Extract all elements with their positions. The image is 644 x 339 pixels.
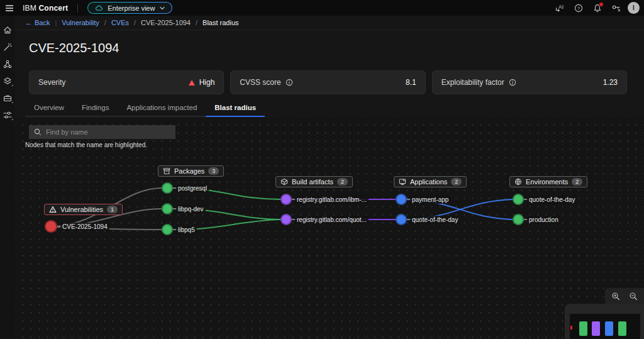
package-icon: [163, 167, 170, 175]
search-icon: [34, 128, 42, 136]
exploitability-label: Exploitability factor: [441, 78, 504, 87]
node-quote-of-the-day-env[interactable]: quote-of-the-day: [513, 194, 577, 205]
zoom-controls: [605, 288, 644, 304]
zoom-out-icon[interactable]: [627, 290, 640, 303]
minimap-block: [592, 321, 600, 336]
blast-radius-canvas[interactable]: Nodes that match the name are highlighte…: [15, 117, 644, 339]
graph-edges: [15, 117, 644, 339]
group-label-environments[interactable]: Environments 2: [509, 176, 587, 187]
tab-bar: Overview Findings Applications impacted …: [25, 101, 265, 117]
graph-search-box[interactable]: [29, 125, 175, 139]
toolbox-icon[interactable]: [1, 92, 14, 104]
node-label: libpq5: [176, 226, 197, 234]
metric-cards: Severity High CVSS score 8.1 Exploitabil…: [29, 70, 627, 94]
brand-logo[interactable]: IBM Concert: [23, 4, 68, 13]
cloud-icon: [94, 4, 103, 12]
node-payment-app[interactable]: payment-app: [396, 194, 450, 205]
application-node-circle[interactable]: [396, 214, 407, 225]
settings-adjust-icon[interactable]: [1, 109, 14, 121]
node-label: libpq-dev: [176, 205, 206, 213]
node-label: payment-app: [410, 196, 450, 204]
page-title: CVE-2025-1094: [29, 41, 119, 55]
back-arrow-icon: ←: [25, 19, 32, 26]
home-icon[interactable]: [1, 24, 14, 36]
minimap[interactable]: [565, 304, 644, 339]
environment-node-circle[interactable]: [513, 214, 524, 225]
node-label: postgresql: [176, 184, 209, 192]
breadcrumb-blast-radius: Blast radius: [203, 19, 238, 26]
minimap-viewport[interactable]: [570, 314, 640, 339]
notifications-bell-icon[interactable]: [590, 1, 605, 15]
group-label-build-artifacts[interactable]: Build artifacts 2: [275, 176, 353, 187]
info-icon[interactable]: [509, 79, 516, 86]
severity-label: Severity: [38, 78, 65, 87]
breadcrumb-cves[interactable]: CVEs: [111, 19, 129, 26]
application-node-circle[interactable]: [396, 194, 407, 205]
build-artifact-icon: [280, 178, 288, 186]
node-artifact-quote[interactable]: registry.gitlab.com/quot...: [280, 214, 369, 225]
breadcrumb-divider: |: [55, 19, 57, 26]
main-content: ←Back | Vulnerability / CVEs / CVE-2025-…: [15, 16, 644, 339]
minimap-block: [605, 321, 613, 336]
node-libpq5[interactable]: libpq5: [162, 224, 197, 235]
info-icon[interactable]: [286, 79, 293, 86]
node-postgresql[interactable]: postgresql: [162, 182, 209, 194]
package-node-circle[interactable]: [162, 182, 173, 194]
zoom-in-icon[interactable]: [609, 290, 622, 303]
group-label-vulnerabilities[interactable]: Vulnerabilities 1: [44, 204, 123, 215]
brand-prefix: IBM: [23, 4, 36, 13]
node-production-env[interactable]: production: [513, 214, 560, 225]
tab-applications-impacted[interactable]: Applications impacted: [118, 101, 206, 117]
build-artifact-node-circle[interactable]: [280, 214, 292, 225]
exploitability-card: Exploitability factor 1.23: [432, 70, 627, 94]
package-node-circle[interactable]: [162, 203, 173, 214]
node-quote-of-the-day-app[interactable]: quote-of-the-day: [396, 214, 460, 225]
group-label-text: Packages: [174, 167, 204, 175]
api-key-icon[interactable]: [609, 1, 624, 15]
view-switcher-label: Enterprise view: [108, 4, 155, 12]
node-cve-2025-1094[interactable]: CVE-2025-1094: [45, 220, 109, 233]
notification-badge: [599, 2, 604, 7]
user-avatar[interactable]: I: [628, 2, 640, 14]
breadcrumb-vulnerability[interactable]: Vulnerability: [62, 19, 99, 26]
group-count-badge: 2: [337, 178, 348, 186]
menu-hamburger-button[interactable]: [0, 0, 19, 16]
breadcrumb: ←Back | Vulnerability / CVEs / CVE-2025-…: [15, 16, 644, 30]
severity-high-icon: [189, 80, 195, 86]
group-label-packages[interactable]: Packages 3: [158, 165, 224, 177]
cvss-score-label: CVSS score: [240, 78, 280, 87]
back-link[interactable]: ←Back: [25, 19, 50, 26]
vulnerability-node-circle[interactable]: [45, 220, 57, 233]
package-node-circle[interactable]: [162, 224, 173, 235]
node-artifact-ibm[interactable]: registry.gitlab.com/ibm-...: [280, 194, 369, 205]
header-divider: [77, 4, 78, 13]
wand-icon[interactable]: [1, 41, 14, 53]
exploitability-value: 1.23: [603, 78, 618, 87]
group-label-applications[interactable]: Applications 2: [394, 176, 467, 187]
group-count-badge: 3: [208, 167, 219, 175]
environment-node-circle[interactable]: [513, 194, 524, 205]
node-label: production: [527, 216, 560, 224]
tab-blast-radius[interactable]: Blast radius: [206, 101, 265, 117]
tab-findings[interactable]: Findings: [73, 101, 118, 117]
group-label-text: Applications: [410, 178, 447, 186]
minimap-block: [618, 321, 626, 336]
breadcrumb-separator: /: [104, 19, 106, 26]
ai-assistant-icon[interactable]: AI: [552, 1, 567, 15]
breadcrumb-cve-id: CVE-2025-1094: [141, 19, 191, 26]
view-switcher[interactable]: Enterprise view: [87, 2, 172, 14]
minimap-block: [579, 321, 587, 336]
minimap-marker: [570, 326, 572, 330]
tab-overview[interactable]: Overview: [25, 101, 73, 117]
group-label-text: Vulnerabilities: [60, 206, 103, 213]
help-icon[interactable]: ?: [571, 1, 586, 15]
brand-name: Concert: [38, 4, 68, 13]
node-libpq-dev[interactable]: libpq-dev: [162, 203, 206, 214]
node-label: quote-of-the-day: [410, 216, 460, 224]
network-icon[interactable]: [1, 58, 14, 70]
node-label: CVE-2025-1094: [60, 223, 109, 231]
build-artifact-node-circle[interactable]: [280, 194, 292, 205]
node-label: registry.gitlab.com/quot...: [295, 216, 369, 224]
layers-icon[interactable]: [1, 75, 14, 87]
search-input[interactable]: [46, 128, 170, 136]
